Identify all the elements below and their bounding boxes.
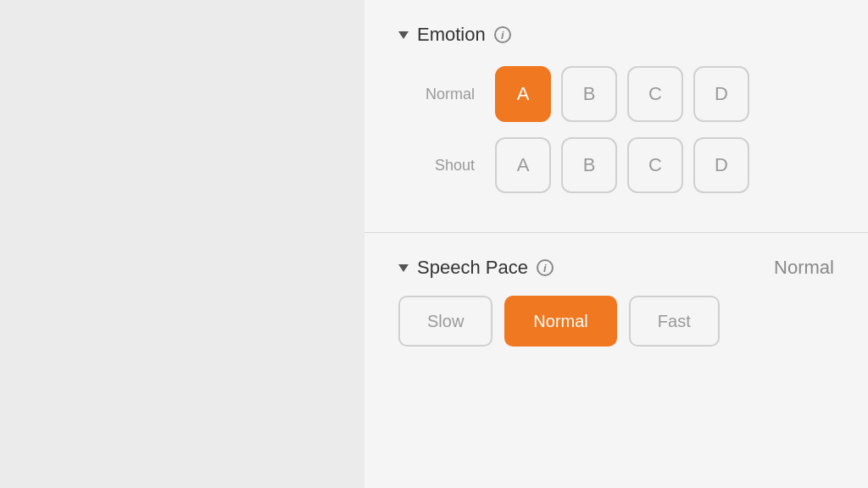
normal-btn-b[interactable]: B: [561, 66, 617, 122]
shout-btn-d[interactable]: D: [693, 137, 749, 193]
normal-emotion-row: Normal A B C D: [398, 66, 834, 122]
speech-pace-title: Speech Pace: [417, 257, 528, 279]
normal-btn-a[interactable]: A: [495, 66, 551, 122]
pace-btn-slow[interactable]: Slow: [398, 296, 492, 347]
shout-button-group: A B C D: [495, 137, 749, 193]
emotion-chevron-icon[interactable]: [398, 31, 409, 39]
normal-btn-d[interactable]: D: [693, 66, 749, 122]
shout-btn-c[interactable]: C: [627, 137, 683, 193]
speech-pace-section: Speech Pace i Normal Slow Normal Fast: [364, 233, 868, 370]
shout-emotion-row: Shout A B C D: [398, 137, 834, 193]
normal-btn-c[interactable]: C: [627, 66, 683, 122]
speech-pace-title-group: Speech Pace i: [398, 257, 554, 279]
right-panel: Emotion i Normal A B C D Shout A B C D: [364, 0, 868, 488]
speech-pace-info-icon[interactable]: i: [537, 259, 554, 276]
shout-btn-a[interactable]: A: [495, 137, 551, 193]
pace-button-group: Slow Normal Fast: [398, 296, 834, 347]
emotion-title: Emotion: [417, 24, 486, 46]
shout-btn-b[interactable]: B: [561, 137, 617, 193]
pace-btn-normal[interactable]: Normal: [504, 296, 616, 347]
normal-button-group: A B C D: [495, 66, 749, 122]
emotion-section: Emotion i Normal A B C D Shout A B C D: [364, 0, 868, 232]
shout-emotion-label: Shout: [398, 157, 475, 175]
normal-emotion-label: Normal: [398, 86, 475, 103]
emotion-info-icon[interactable]: i: [494, 26, 511, 43]
pace-btn-fast[interactable]: Fast: [629, 296, 720, 347]
left-panel: [0, 0, 364, 488]
speech-pace-current-value: Normal: [774, 257, 834, 279]
emotion-header: Emotion i: [398, 24, 834, 46]
speech-pace-chevron-icon[interactable]: [398, 264, 409, 272]
speech-pace-header: Speech Pace i Normal: [398, 257, 834, 279]
